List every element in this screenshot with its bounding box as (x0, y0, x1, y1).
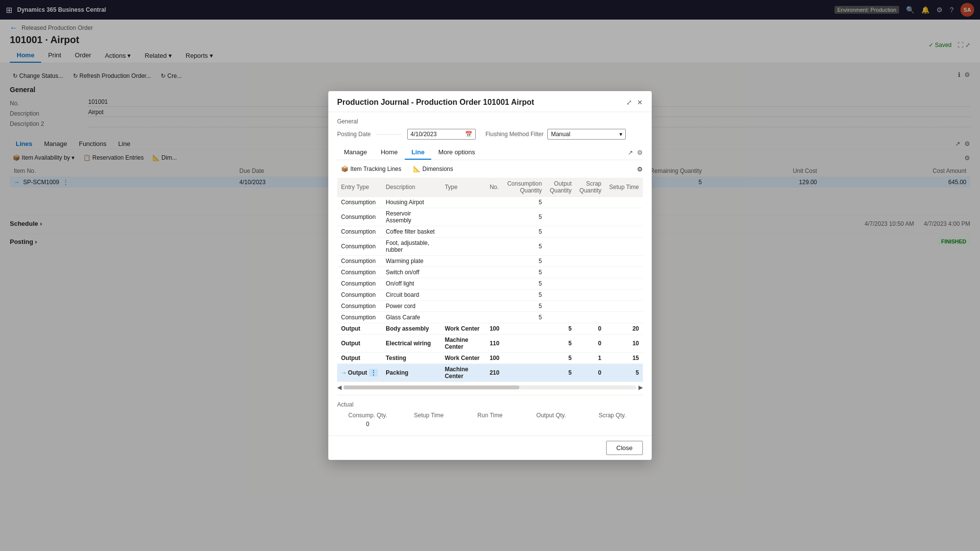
table-row[interactable]: Output Testing Work Center 100 5 1 15 (337, 353, 643, 364)
posting-date-input[interactable]: 4/10/2023 📅 (407, 129, 476, 140)
row-menu-icon[interactable]: ⋮ (369, 369, 378, 377)
cell-scrap-qty (576, 312, 606, 323)
table-row[interactable]: Consumption Housing Airpot 5 (337, 197, 643, 208)
table-row[interactable]: Output Body assembly Work Center 100 5 0… (337, 323, 643, 335)
cell-type: Machine Center (441, 364, 486, 382)
cell-type (441, 267, 486, 278)
cell-output-qty (546, 226, 576, 238)
table-row[interactable]: Consumption Reservoir Assembly 5 (337, 208, 643, 226)
table-row[interactable]: Output Electrical wiring Machine Center … (337, 335, 643, 353)
modal-table-settings-icon[interactable]: ⚙ (637, 166, 643, 173)
cell-consumption-qty: 5 (503, 226, 546, 238)
cell-no (486, 256, 503, 267)
cell-entry-type: Consumption (337, 289, 382, 301)
cell-description: Body assembly (382, 323, 441, 335)
cell-consumption-qty: 5 (503, 278, 546, 289)
modal-restore-icon[interactable]: ⤢ (626, 98, 632, 106)
production-journal-modal: Production Journal - Production Order 10… (328, 91, 652, 460)
modal-tab-manage[interactable]: Manage (337, 145, 374, 160)
cell-setup-time (605, 197, 643, 208)
scroll-right-icon[interactable]: ▶ (638, 384, 643, 391)
modal-tab-more-options[interactable]: More options (431, 145, 482, 160)
actual-val-consump: 0 (337, 421, 398, 428)
cell-scrap-qty (576, 278, 606, 289)
cell-scrap-qty: 0 (576, 323, 606, 335)
cell-no: 100 (486, 353, 503, 364)
cell-no (486, 226, 503, 238)
cell-no (486, 208, 503, 226)
cell-no: 210 (486, 364, 503, 382)
cell-type: Machine Center (441, 335, 486, 353)
close-button[interactable]: Close (606, 441, 643, 455)
modal-header: Production Journal - Production Order 10… (328, 91, 652, 112)
dimensions-label: Dimensions (422, 166, 453, 172)
table-row[interactable]: Consumption Foot, adjustable, rubber 5 (337, 238, 643, 256)
actual-col-setup: Setup Time (398, 412, 460, 419)
modal-subtoolbar: 📦 Item Tracking Lines 📐 Dimensions ⚙ (337, 164, 643, 174)
col-entry-type: Entry Type (337, 178, 382, 197)
table-row[interactable]: →Output⋮ Packing Machine Center 210 5 0 … (337, 364, 643, 382)
cell-consumption-qty (503, 323, 546, 335)
modal-close-icon[interactable]: ✕ (637, 98, 643, 106)
table-row[interactable]: Consumption Warming plate 5 (337, 256, 643, 267)
cell-entry-type: Consumption (337, 278, 382, 289)
flushing-method-label: Flushing Method Filter (486, 131, 544, 138)
cell-output-qty (546, 267, 576, 278)
cell-output-qty (546, 238, 576, 256)
cell-consumption-qty: 5 (503, 289, 546, 301)
cell-setup-time (605, 267, 643, 278)
cell-type (441, 312, 486, 323)
actual-val-output (520, 421, 582, 428)
modal-journal-table: Entry Type Description Type No. Consumpt… (337, 178, 643, 382)
table-row[interactable]: Consumption Circuit board 5 (337, 289, 643, 301)
actual-header: Actual (337, 401, 643, 408)
cell-scrap-qty (576, 197, 606, 208)
modal-tab-settings-icon[interactable]: ⚙ (637, 149, 643, 156)
col-output-qty: OutputQuantity (546, 178, 576, 197)
cell-type: Work Center (441, 323, 486, 335)
cell-scrap-qty: 1 (576, 353, 606, 364)
modal-tab-share-icon[interactable]: ↗ (628, 149, 633, 156)
cell-setup-time: 5 (605, 364, 643, 382)
flushing-method-select[interactable]: Manual ▾ (547, 129, 626, 140)
cell-output-qty (546, 301, 576, 312)
cell-output-qty: 5 (546, 335, 576, 353)
cell-output-qty (546, 278, 576, 289)
modal-tab-home[interactable]: Home (374, 145, 405, 160)
cell-scrap-qty: 0 (576, 364, 606, 382)
cell-setup-time (605, 289, 643, 301)
table-row[interactable]: Consumption Switch on/off 5 (337, 267, 643, 278)
cell-type (441, 197, 486, 208)
cell-output-qty (546, 197, 576, 208)
cell-no (486, 197, 503, 208)
table-row[interactable]: Consumption Power cord 5 (337, 301, 643, 312)
item-tracking-lines-btn[interactable]: 📦 Item Tracking Lines (337, 164, 405, 174)
modal-table-container: Entry Type Description Type No. Consumpt… (337, 178, 643, 382)
scroll-left-icon[interactable]: ◀ (337, 384, 342, 391)
table-row[interactable]: Consumption On/off light 5 (337, 278, 643, 289)
scroll-track[interactable] (343, 385, 637, 389)
col-consumption-qty: ConsumptionQuantity (503, 178, 546, 197)
posting-date-label: Posting Date (337, 131, 371, 138)
cell-scrap-qty (576, 289, 606, 301)
cell-description: On/off light (382, 278, 441, 289)
posting-date-field: Posting Date 4/10/2023 📅 (337, 129, 476, 140)
col-scrap-qty: ScrapQuantity (576, 178, 606, 197)
calendar-icon[interactable]: 📅 (465, 131, 472, 138)
modal-scrollbar[interactable]: ◀ ▶ (337, 382, 643, 393)
cell-consumption-qty: 5 (503, 301, 546, 312)
cell-consumption-qty (503, 364, 546, 382)
dimensions-modal-btn[interactable]: 📐 Dimensions (409, 164, 457, 174)
cell-description: Packing (382, 364, 441, 382)
table-row[interactable]: Consumption Glass Carafe 5 (337, 312, 643, 323)
cell-output-qty (546, 312, 576, 323)
cell-no: 100 (486, 323, 503, 335)
cell-type (441, 238, 486, 256)
cell-consumption-qty: 5 (503, 238, 546, 256)
cell-entry-type: Output (337, 335, 382, 353)
table-row[interactable]: Consumption Coffee filter basket 5 (337, 226, 643, 238)
cell-description: Switch on/off (382, 267, 441, 278)
item-tracking-label: Item Tracking Lines (350, 166, 401, 172)
modal-tab-line[interactable]: Line (405, 145, 432, 160)
cell-consumption-qty: 5 (503, 256, 546, 267)
